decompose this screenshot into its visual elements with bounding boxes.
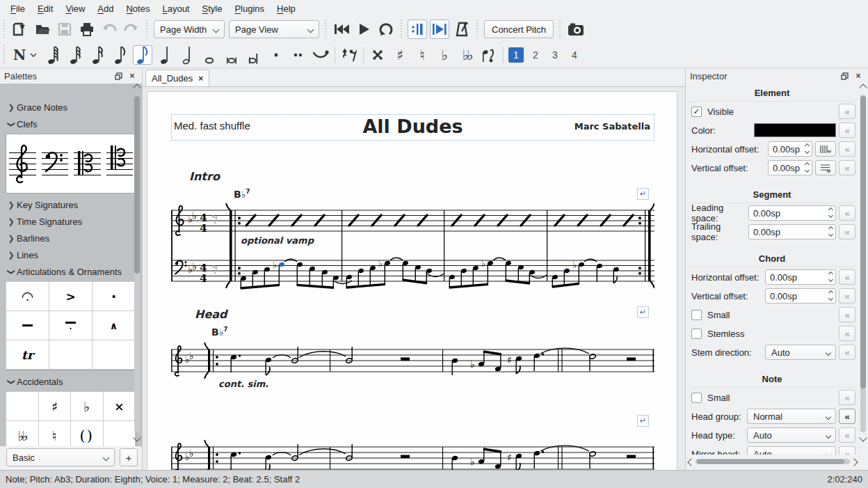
system-break-marker[interactable]: ↵ [637, 188, 649, 200]
rest-button[interactable] [339, 45, 359, 65]
open-button[interactable] [33, 19, 52, 39]
scroll-right-icon[interactable] [850, 458, 858, 466]
inspector-vscrollbar[interactable] [859, 86, 867, 442]
rewind-button[interactable] [332, 19, 351, 39]
scrollbar-track[interactable] [860, 95, 866, 432]
palette-cell-empty[interactable] [6, 391, 39, 421]
palette-cell-marcato[interactable]: ∧ [92, 310, 136, 340]
menu-edit[interactable]: Edit [31, 2, 59, 15]
toolbar-handle[interactable] [323, 20, 328, 38]
palette-accidentals[interactable]: ❯Accidentals [0, 373, 142, 390]
score-canvas[interactable]: Med. fast shuffle All Dudes Marc Sabatel… [143, 87, 685, 470]
palette-barlines[interactable]: ❯Barlines [0, 230, 142, 246]
menu-file[interactable]: File [4, 2, 31, 15]
pan-score-button[interactable] [430, 19, 449, 39]
undo-button[interactable] [99, 19, 119, 39]
duration-32nd-button[interactable] [66, 45, 86, 65]
toolbar-handle[interactable] [145, 20, 150, 38]
palette-cell-empty[interactable] [92, 340, 136, 370]
accidental-double-sharp-button[interactable] [368, 45, 387, 65]
palette-cell-natural[interactable]: ♮ [38, 420, 72, 446]
head-system[interactable]: ♭♭ [171, 340, 654, 384]
scroll-down-icon[interactable] [859, 434, 867, 441]
augmentation-dot-button[interactable] [266, 45, 286, 65]
view-mode-select[interactable]: Page View [229, 20, 319, 38]
voice-4-button[interactable]: 4 [567, 47, 582, 63]
duration-longa-button[interactable] [244, 45, 264, 65]
palette-cell-flat[interactable]: ♭ [70, 391, 104, 421]
reset-button[interactable]: « [839, 345, 855, 360]
leading-space-spinbox[interactable]: 0.00sp [748, 205, 836, 221]
palette-cell-portato[interactable] [49, 310, 93, 340]
intro-system[interactable]: ♭♭ ♭♭ 44 44 [171, 202, 654, 291]
visible-checkbox[interactable]: ✓ [691, 107, 702, 117]
element-voffset-spinbox[interactable]: 0.00sp [768, 160, 812, 175]
snap-horizontal-button[interactable] [815, 141, 836, 157]
note-small-checkbox[interactable] [691, 393, 702, 403]
menu-plugins[interactable]: Plugins [228, 2, 271, 15]
scrollbar-track[interactable] [134, 95, 140, 432]
print-button[interactable] [77, 19, 97, 39]
palette-key-signatures[interactable]: ❯Key Signatures [0, 196, 142, 213]
system-break-marker[interactable]: ↵ [637, 415, 649, 427]
new-score-button[interactable] [10, 19, 30, 39]
voice-1-button[interactable]: 1 [508, 47, 524, 63]
duration-eighth-button[interactable] [133, 45, 152, 65]
metronome-button[interactable] [452, 19, 472, 39]
palette-cell-trill[interactable]: tr [6, 340, 49, 370]
reset-button[interactable]: « [839, 141, 855, 157]
chord-symbol[interactable]: B♭7 [234, 188, 250, 200]
duration-16th-button[interactable] [88, 45, 108, 65]
chord-hoffset-spinbox[interactable]: 0.00sp [765, 269, 836, 285]
reset-button[interactable]: « [839, 160, 855, 175]
color-swatch[interactable] [754, 123, 836, 137]
reset-button[interactable]: « [839, 307, 855, 322]
scroll-up-icon[interactable] [859, 84, 867, 91]
inspector-hscrollbar[interactable] [687, 457, 858, 466]
palette-cell-alto-clef[interactable] [71, 134, 104, 193]
reset-button[interactable]: « [839, 390, 855, 405]
close-tab-icon[interactable]: × [198, 74, 203, 84]
close-panel-icon[interactable]: × [127, 70, 138, 81]
toolbar-handle[interactable] [475, 20, 480, 38]
palette-articulations[interactable]: ❯Articulations & Ornaments [0, 263, 142, 280]
chord-voffset-spinbox[interactable]: 0.00sp [765, 288, 836, 304]
close-panel-icon[interactable]: × [853, 70, 864, 81]
voice-2-button[interactable]: 2 [528, 47, 543, 63]
duration-half-button[interactable] [177, 45, 197, 65]
reset-button[interactable]: « [839, 224, 855, 239]
palette-cell-empty[interactable] [103, 420, 136, 446]
toolbar-handle[interactable] [558, 20, 563, 38]
palette-cell-treble-clef[interactable] [6, 134, 39, 193]
score-page[interactable]: Med. fast shuffle All Dudes Marc Sabatel… [147, 91, 677, 470]
menu-help[interactable]: Help [271, 2, 302, 15]
palette-cell-fermata[interactable]: ◠ [6, 281, 49, 311]
stemless-checkbox[interactable] [691, 329, 702, 339]
toolbar-handle[interactable] [2, 20, 7, 38]
play-repeats-button[interactable] [408, 19, 427, 39]
toolbar-handle[interactable] [2, 46, 7, 64]
note-input-mode-button[interactable]: N [10, 45, 41, 65]
zoom-select[interactable]: Page Width [154, 20, 225, 38]
third-system[interactable] [171, 437, 654, 470]
palette-cell-staccato[interactable]: · [92, 281, 136, 311]
palette-cell-double-sharp[interactable]: × [103, 391, 136, 421]
mirror-head-select[interactable]: Auto [747, 446, 836, 455]
vamp-text[interactable]: optional vamp [241, 235, 314, 246]
reset-button[interactable]: « [839, 104, 855, 119]
composer-text[interactable]: Marc Sabatella [574, 121, 650, 132]
toolbar-handle[interactable] [399, 20, 404, 38]
duration-eighth-alt-button[interactable] [111, 45, 130, 65]
loop-playback-button[interactable] [376, 19, 396, 39]
palette-lines[interactable]: ❯Lines [0, 246, 142, 263]
rehearsal-mark-intro[interactable]: Intro [189, 170, 220, 183]
trailing-space-spinbox[interactable]: 0.00sp [748, 224, 836, 239]
palette-cell-tenor-clef[interactable] [104, 134, 136, 193]
reset-button[interactable]: « [839, 205, 855, 221]
play-button[interactable] [354, 19, 373, 39]
reset-button[interactable]: « [839, 446, 855, 455]
reset-button[interactable]: « [839, 427, 855, 443]
palette-clefs[interactable]: ❯Clefs [0, 116, 142, 132]
palette-cell-tenuto[interactable] [6, 310, 49, 340]
float-panel-icon[interactable] [113, 70, 124, 81]
